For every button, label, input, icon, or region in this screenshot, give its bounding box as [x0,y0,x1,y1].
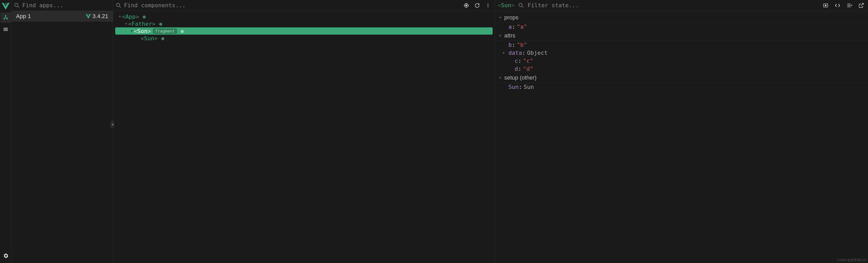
svg-rect-5 [3,30,8,31]
render-dot-icon: ● [159,21,162,27]
component-tree: ▼ <App> ● ▼ <Father> ● ▼ <Son> fragment … [113,11,495,263]
state-row[interactable]: ▼ data: Object [495,49,868,57]
state-column: <Son> ▼ props a: "a" ▼ attrs b: [495,0,868,263]
svg-point-0 [5,16,6,17]
svg-point-6 [15,3,18,6]
scroll-to-component-icon[interactable] [822,1,830,9]
app-name-label: App 1 [16,13,31,20]
search-icon [14,3,20,8]
fragment-badge: fragment [153,28,177,34]
select-component-icon[interactable] [462,1,470,9]
state-row[interactable]: b: "b" [495,41,868,49]
caret-icon: ▼ [498,76,502,80]
tree-node-son[interactable]: ▼ <Son> fragment ● [115,27,493,35]
tree-node-father[interactable]: ▼ <Father> ● [113,20,495,27]
caret-icon[interactable]: ▼ [130,29,134,33]
components-column: ▼ <App> ● ▼ <Father> ● ▼ <Son> fragment … [113,0,495,263]
svg-point-13 [519,3,522,6]
show-render-code-icon[interactable] [845,1,854,9]
state-toolbar: <Son> [495,0,868,11]
state-row[interactable]: Sun: Sun [495,83,868,91]
svg-rect-3 [3,28,8,29]
svg-point-1 [4,18,5,19]
vue-logo [1,2,10,11]
refresh-icon[interactable] [473,1,481,9]
section-header-props[interactable]: ▼ props [495,12,868,23]
inspect-dom-icon[interactable] [833,1,842,9]
svg-rect-4 [3,29,8,30]
app-row[interactable]: App 1 3.4.21 [11,11,113,22]
more-icon[interactable] [484,1,492,9]
section-header-setup[interactable]: ▼ setup (other) [495,73,868,83]
svg-point-12 [488,6,488,7]
watermark: CSDN @田本初123 [837,258,866,262]
render-dot-icon: ● [161,35,164,41]
state-body: ▼ props a: "a" ▼ attrs b: "b" ▼ data: Ob… [495,11,868,263]
search-icon [116,3,121,8]
caret-icon[interactable]: ▼ [503,51,507,55]
caret-icon: ▼ [498,34,502,37]
components-search-input[interactable] [124,2,460,8]
section-header-attrs[interactable]: ▼ attrs [495,31,868,41]
search-icon [518,3,524,8]
apps-column: App 1 3.4.21 [11,0,113,263]
timeline-tab-icon[interactable] [1,24,11,35]
svg-point-7 [117,3,120,6]
state-row[interactable]: c: "c" [495,57,868,65]
collapse-handle[interactable]: ◀ [111,121,114,128]
caret-icon[interactable]: ▼ [124,22,128,26]
apps-search-input[interactable] [22,2,110,8]
state-row[interactable]: d: "d" [495,65,868,73]
tree-node-app[interactable]: ▼ <App> ● [113,13,495,20]
open-in-editor-icon[interactable] [857,1,865,9]
state-filter-input[interactable] [528,2,818,8]
caret-icon[interactable]: ▼ [118,15,122,18]
app-version-label: 3.4.21 [86,13,108,20]
svg-point-2 [6,18,7,19]
caret-icon: ▼ [498,16,502,19]
components-toolbar [113,0,495,11]
render-dot-icon: ● [181,28,184,34]
svg-point-8 [466,5,467,6]
apps-search-bar [11,0,113,11]
state-row[interactable]: a: "a" [495,23,868,31]
render-dot-icon: ● [143,13,146,20]
components-tab-icon[interactable] [1,12,11,23]
settings-icon[interactable] [1,251,11,261]
selected-component-label: <Son> [498,2,515,8]
svg-point-11 [488,5,488,6]
svg-point-15 [825,5,827,6]
svg-point-10 [488,3,488,4]
left-rail [0,0,11,263]
tree-node-sun[interactable]: <Sun> ● [113,35,495,42]
